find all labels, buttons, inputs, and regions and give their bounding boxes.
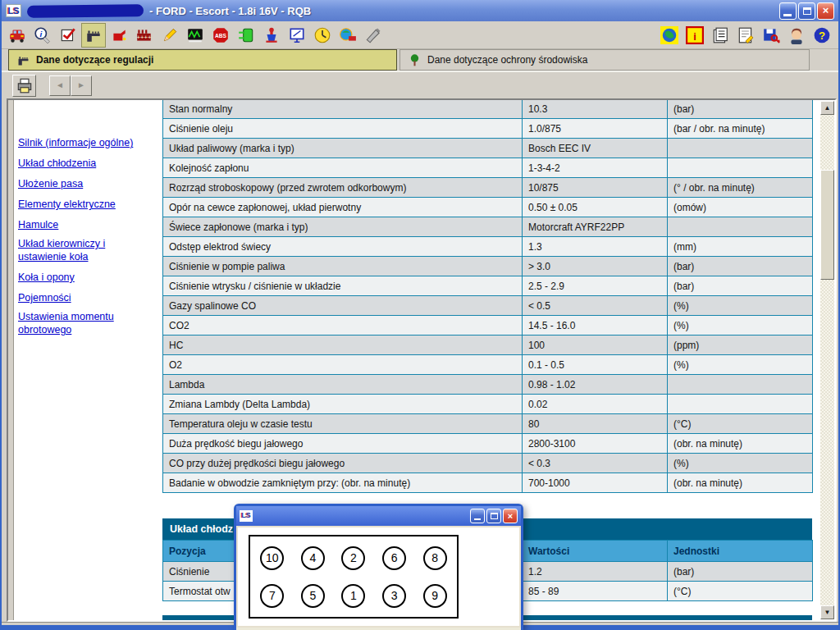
popup-title-bar[interactable]: LS × xyxy=(236,506,521,526)
scroll-down-button[interactable]: ▼ xyxy=(820,605,834,619)
application-window: LS - FORD - Escort - 1.8i 16V - RQB × i+… xyxy=(0,0,840,630)
tab-environment-data[interactable]: Dane dotyczące ochrony środowiska xyxy=(399,49,810,71)
popup-minimize-button[interactable] xyxy=(470,509,485,523)
cylinder-number: 3 xyxy=(382,584,406,608)
car-button[interactable] xyxy=(5,23,30,48)
popup-maximize-button[interactable] xyxy=(486,509,501,523)
sidebar-link[interactable]: Układ chłodzenia xyxy=(18,157,96,170)
sidebar-link[interactable]: Silnik (informacje ogólne) xyxy=(18,136,133,149)
globe-icon xyxy=(660,26,679,44)
caliper-button[interactable] xyxy=(81,23,106,48)
gauge-button[interactable] xyxy=(310,23,335,48)
documents-button[interactable] xyxy=(708,23,733,48)
notes-icon xyxy=(736,26,756,44)
spec-unit xyxy=(668,217,813,237)
checklist-icon xyxy=(58,26,78,44)
scrollbar-thumb[interactable] xyxy=(820,170,834,280)
vehicle-info-button[interactable]: i xyxy=(30,23,55,48)
checklist-button[interactable] xyxy=(56,23,80,48)
specification-row: Rozrząd stroboskopowy (przed zwrotem odk… xyxy=(163,178,813,198)
sidebar-item: Koła i opony xyxy=(18,269,159,284)
printer-icon xyxy=(14,76,34,94)
app-logo-icon: LS xyxy=(6,4,21,17)
maximize-icon xyxy=(491,513,498,519)
spec-unit: (%) xyxy=(668,296,813,316)
back-button[interactable]: ◄ xyxy=(49,75,71,96)
spec-name: Zmiana Lambdy (Delta Lambda) xyxy=(163,395,523,414)
spec-unit: (bar) xyxy=(668,562,813,582)
sidebar-link[interactable]: Pojemności xyxy=(18,291,71,304)
spec-value: 80 xyxy=(523,414,668,434)
caliper-icon xyxy=(16,53,30,67)
sidebar-link[interactable]: Elementy elektryczne xyxy=(18,198,116,211)
specification-row: Temperatura oleju w czasie testu80(°C) xyxy=(163,414,813,434)
popup-close-button[interactable]: × xyxy=(503,509,518,523)
help-button[interactable]: ? xyxy=(810,23,834,48)
scroll-up-button[interactable]: ▲ xyxy=(820,101,834,115)
close-button[interactable]: × xyxy=(817,2,834,20)
spec-unit: (bar) xyxy=(668,257,813,276)
spec-name: CO2 xyxy=(163,316,523,336)
oscilloscope-button[interactable] xyxy=(183,23,208,48)
specification-row: Badanie w obwodzie zamkniętym przy: (obr… xyxy=(163,473,813,493)
spec-unit: (%) xyxy=(668,316,813,336)
spec-name: Temperatura oleju w czasie testu xyxy=(163,414,523,434)
pencil-button[interactable] xyxy=(158,23,182,48)
sidebar-link[interactable]: Ułożenie pasa xyxy=(18,177,83,190)
minimize-button[interactable] xyxy=(779,2,797,20)
climate-button[interactable] xyxy=(336,23,360,48)
notes-button[interactable] xyxy=(733,23,758,48)
spec-unit: (°C) xyxy=(668,582,813,601)
sidebar-link[interactable]: Hamulce xyxy=(18,218,58,231)
spec-name: Gazy spalinowe CO xyxy=(163,296,523,316)
sidebar-link[interactable]: Ustawienia momentu obrotowego xyxy=(18,310,114,336)
spec-name: CO przy dużej prędkości biegu jałowego xyxy=(163,454,523,473)
spec-unit: (%) xyxy=(668,454,813,473)
print-button[interactable] xyxy=(12,75,36,97)
spec-name: Kolejność zapłonu xyxy=(163,158,523,178)
spray-gun-button[interactable] xyxy=(361,23,386,48)
censored-app-name xyxy=(27,4,144,17)
spec-unit: (obr. na minutę) xyxy=(668,434,813,454)
forward-button[interactable]: ► xyxy=(71,75,92,96)
spec-name: Badanie w obwodzie zamkniętym przy: (obr… xyxy=(163,473,523,493)
abs-button[interactable]: ABS xyxy=(208,23,233,48)
column-header-values: Wartości xyxy=(523,541,668,562)
person-button[interactable] xyxy=(784,23,809,48)
spec-value: 1.2 xyxy=(523,562,668,582)
spec-name: Świece zapłonowe (marka i typ) xyxy=(163,217,523,237)
monitor-icon xyxy=(287,26,307,44)
restore-icon xyxy=(803,7,811,15)
restore-button[interactable] xyxy=(798,2,815,20)
sidebar-item: Pojemności xyxy=(18,290,159,304)
sidebar-item: Ułożenie pasa xyxy=(18,176,159,190)
globe-button[interactable] xyxy=(657,23,682,48)
spec-name: Duża prędkość biegu jałowego xyxy=(163,434,523,454)
oil-can-button[interactable] xyxy=(107,23,131,48)
title-bar: LS - FORD - Escort - 1.8i 16V - RQB × xyxy=(2,0,838,21)
save-key-button[interactable] xyxy=(759,23,783,48)
specification-row: Lambda0.98 - 1.02 xyxy=(163,375,813,395)
printer-icon xyxy=(14,76,34,94)
shock-absorber-button[interactable] xyxy=(259,23,284,48)
sidebar-link[interactable]: Układ kierowniczy i ustawienie koła xyxy=(18,237,105,263)
spec-name: Ciśnienie w pompie paliwa xyxy=(163,257,523,276)
cylinder-number: 8 xyxy=(423,546,447,570)
info-button[interactable]: i xyxy=(682,23,707,48)
car-icon xyxy=(7,26,27,44)
sidebar-link[interactable]: Koła i opony xyxy=(18,271,75,284)
spec-value: Bosch EEC IV xyxy=(523,139,668,158)
spec-unit: (ppm) xyxy=(668,336,813,355)
save-key-icon xyxy=(761,26,781,44)
person-icon xyxy=(787,26,806,44)
engine-button[interactable]: ++++ xyxy=(132,23,157,48)
monitor-button[interactable] xyxy=(285,23,309,48)
vertical-scrollbar[interactable]: ▲ ▼ xyxy=(820,101,834,619)
left-gutter xyxy=(8,100,14,620)
engine-icon: ++++ xyxy=(135,26,154,44)
tab-regulation-data[interactable]: Dane dotyczące regulacji xyxy=(8,49,397,71)
popup-logo-icon: LS xyxy=(240,510,253,522)
spec-value: 85 - 89 xyxy=(523,582,668,601)
connector-button[interactable] xyxy=(234,23,258,48)
tree-icon xyxy=(408,53,422,67)
